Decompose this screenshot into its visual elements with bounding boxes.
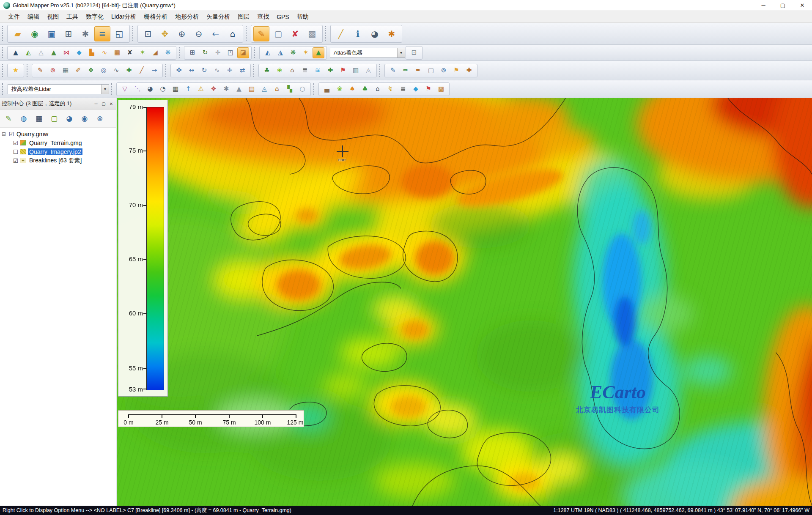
- toolbar-grip[interactable]: [253, 64, 257, 77]
- toolbar-grip[interactable]: [325, 26, 329, 41]
- multi-select-icon[interactable]: ▩: [304, 26, 320, 41]
- noise-points-icon[interactable]: ⚠: [195, 84, 207, 95]
- crosshair-tool-icon[interactable]: ✛: [224, 65, 236, 76]
- add-feature-icon[interactable]: ✚: [324, 65, 336, 76]
- duplicate-feature-icon[interactable]: ⇄: [236, 65, 248, 76]
- maximize-button[interactable]: ▢: [773, 0, 793, 11]
- toolbar-grip[interactable]: [254, 47, 258, 58]
- layer-select-area-icon[interactable]: ▢: [47, 112, 61, 125]
- palette-icon[interactable]: ❖: [208, 84, 219, 95]
- draw-area-icon[interactable]: ✏: [400, 65, 411, 76]
- toolbar-grip[interactable]: [27, 64, 30, 77]
- delete-features-icon[interactable]: ✘: [287, 26, 303, 41]
- rotate-feature-icon[interactable]: ↻: [198, 65, 210, 76]
- toolbar-grip[interactable]: [132, 26, 136, 41]
- checkbox-icon[interactable]: ☐: [12, 148, 19, 155]
- create-elevation-grid-icon[interactable]: ▲: [10, 47, 22, 58]
- menu-item-layer[interactable]: 图层: [234, 12, 253, 22]
- path-profile-icon[interactable]: ◭: [262, 47, 274, 58]
- overview-map-icon[interactable]: ◱: [111, 26, 127, 41]
- layer-row-imagery[interactable]: ☐ Quarry_Imagery.jp2: [2, 147, 116, 156]
- contour-generate-icon[interactable]: ∿: [99, 47, 110, 58]
- layer-row-breaklines[interactable]: ☑ Breaklines [63 要素]: [2, 156, 116, 165]
- search-features-icon[interactable]: ◕: [367, 26, 383, 41]
- marker-flag-icon[interactable]: ⚑: [450, 65, 462, 76]
- layer-metadata-icon[interactable]: ◍: [17, 112, 30, 125]
- reshape-feature-icon[interactable]: ∿: [211, 65, 223, 76]
- classify-grid-icon[interactable]: ▩: [435, 84, 447, 95]
- minimize-button[interactable]: ─: [754, 0, 773, 11]
- network-feature-icon[interactable]: ◬: [362, 65, 374, 76]
- hillshade-icon[interactable]: ▲: [233, 84, 245, 95]
- circle-tool-icon[interactable]: ⊚: [47, 65, 59, 76]
- pin-view-icon[interactable]: ✛: [212, 47, 224, 58]
- classify-powerline-icon[interactable]: ↯: [384, 84, 396, 95]
- download-online-data-icon[interactable]: ◉: [27, 26, 43, 41]
- layer-close-icon[interactable]: ⊗: [93, 112, 107, 125]
- chevron-down-icon[interactable]: ▾: [397, 48, 405, 58]
- resize-feature-icon[interactable]: ↔: [186, 65, 198, 76]
- checkbox-icon[interactable]: ☑: [8, 131, 15, 137]
- toolbar-grip[interactable]: [313, 83, 317, 95]
- raster-options-icon[interactable]: ▦: [111, 47, 123, 58]
- digitizer-pencil-icon[interactable]: ✎: [253, 26, 269, 41]
- grid-feature-icon[interactable]: ▥: [350, 65, 362, 76]
- classify-water-icon[interactable]: ◆: [410, 84, 422, 95]
- module-icon[interactable]: ▚: [284, 84, 296, 95]
- vertex-edit-icon[interactable]: ∿: [110, 65, 122, 76]
- trace-tool-icon[interactable]: →: [148, 65, 160, 76]
- shader-options-icon[interactable]: ⊡: [408, 47, 420, 58]
- toolbar-grip[interactable]: [246, 26, 250, 41]
- watershed-icon[interactable]: ◆: [73, 47, 85, 58]
- color-layers-icon[interactable]: ▤: [246, 84, 258, 95]
- zoom-out-icon[interactable]: ⊖: [191, 26, 207, 41]
- toolbar-grip[interactable]: [2, 26, 6, 41]
- sketch-tool-icon[interactable]: ✐: [72, 65, 84, 76]
- elevation-shader-icon[interactable]: ▲: [313, 47, 324, 58]
- line-of-sight-icon[interactable]: ◮: [274, 47, 286, 58]
- select-features-icon[interactable]: ▢: [270, 26, 286, 41]
- menu-item-help[interactable]: 帮助: [293, 12, 313, 22]
- toolbar-grip[interactable]: [165, 64, 169, 77]
- open-file-icon[interactable]: ▰: [10, 26, 26, 41]
- tin-mesh-icon[interactable]: ◬: [258, 84, 270, 95]
- split-view-icon[interactable]: ⊞: [187, 47, 198, 58]
- attach-tool-icon[interactable]: ✚: [463, 65, 475, 76]
- lidar-points-icon[interactable]: ✶: [137, 47, 148, 58]
- lidar-grid-icon[interactable]: ▦: [170, 84, 181, 95]
- map-view[interactable]: 79 m 75 m 70 m 65 m 60 m 55 m 53 m: [117, 98, 812, 506]
- classify-buildings-icon[interactable]: ⌂: [372, 84, 384, 95]
- layer-attributes-icon[interactable]: ▦: [32, 112, 46, 125]
- classify-rail-icon[interactable]: ≣: [397, 84, 409, 95]
- toolbar-grip[interactable]: [111, 83, 115, 95]
- tree-root-row[interactable]: ⊟ ☑ Quarry.gmw: [2, 129, 116, 138]
- toolbar-grip[interactable]: [2, 64, 6, 77]
- classify-med-veg-icon[interactable]: ♠: [346, 84, 358, 95]
- zoom-window-icon[interactable]: ⊡: [140, 26, 156, 41]
- panel-close-button[interactable]: ✕: [108, 101, 114, 106]
- measure-icon[interactable]: ╱: [333, 26, 349, 41]
- lidar-zoom-icon[interactable]: ◕: [144, 84, 156, 95]
- move-feature-icon[interactable]: ✜: [173, 65, 185, 76]
- building-feature-icon[interactable]: ⌂: [286, 65, 298, 76]
- circle-select-icon[interactable]: ○: [296, 84, 308, 95]
- menu-item-view[interactable]: 视图: [43, 12, 63, 22]
- draw-mode-icon[interactable]: ◪: [237, 47, 249, 58]
- draw-point-icon[interactable]: ✒: [412, 65, 424, 76]
- slope-shader-icon[interactable]: ◢: [149, 47, 161, 58]
- shrub-feature-icon[interactable]: ❀: [274, 65, 285, 76]
- lidar-draw-mode-select[interactable]: 按高程着色Lidar ▾: [8, 84, 109, 94]
- lidar-export-icon[interactable]: ↑: [182, 84, 194, 95]
- spray-classify-icon[interactable]: ❋: [162, 47, 174, 58]
- menu-item-raster-analysis[interactable]: 栅格分析: [140, 12, 171, 22]
- toolbar-grip[interactable]: [2, 83, 6, 95]
- layer-visibility-icon[interactable]: ◉: [78, 112, 91, 125]
- expand-icon[interactable]: ⊟: [2, 131, 8, 137]
- chevron-down-icon[interactable]: ▾: [101, 85, 109, 94]
- menu-item-tools[interactable]: 工具: [63, 12, 82, 22]
- terrain-paint-icon[interactable]: ◭: [22, 47, 34, 58]
- workspace-label[interactable]: Quarry.gmw: [15, 131, 49, 137]
- previous-view-icon[interactable]: ←: [208, 26, 224, 41]
- range-rings-icon[interactable]: ⊚: [438, 65, 450, 76]
- configure-icon[interactable]: ✱: [77, 26, 93, 41]
